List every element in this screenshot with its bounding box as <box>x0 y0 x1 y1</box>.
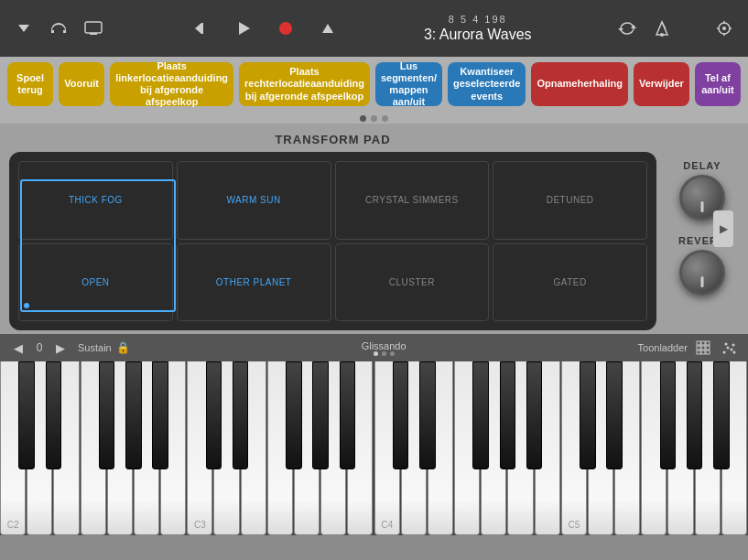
black-key[interactable] <box>419 361 436 469</box>
rewind-button[interactable] <box>189 16 214 41</box>
black-key[interactable] <box>713 361 730 469</box>
black-key[interactable] <box>152 361 168 469</box>
pad-cell-detuned[interactable]: DETUNED <box>493 161 647 240</box>
piano-grid-icon[interactable] <box>693 338 713 358</box>
metronome-icon[interactable] <box>649 16 675 41</box>
pad-cell-open[interactable]: OPEN <box>18 243 173 322</box>
transform-pad-title: TRANSFORM PAD <box>9 133 656 146</box>
black-key[interactable] <box>312 361 329 469</box>
track-info: 8 5 4 198 3: Aurora Waves <box>424 14 532 43</box>
vooruit-button[interactable]: Vooruit <box>59 62 104 106</box>
black-key[interactable] <box>687 361 703 469</box>
top-bar-right <box>614 16 737 41</box>
pad-thick-fog-label: THICK FOG <box>69 195 123 205</box>
svg-point-16 <box>722 27 726 30</box>
headphones-icon[interactable] <box>46 16 71 41</box>
pad-gated-label: GATED <box>554 277 587 287</box>
pad-cell-gated[interactable]: GATED <box>493 243 647 322</box>
black-key[interactable] <box>206 361 222 469</box>
octave-number: 0 <box>32 341 47 354</box>
svg-rect-1 <box>51 30 54 33</box>
spoel-terug-button[interactable]: Spoel terug <box>7 62 53 106</box>
black-key[interactable] <box>46 361 62 469</box>
svg-point-30 <box>723 351 726 354</box>
gliss-dot-2[interactable] <box>382 351 386 356</box>
black-key[interactable] <box>606 361 623 469</box>
pad-warm-sun-label: WARM SUN <box>227 195 281 205</box>
pad-cell-crystal-simmers[interactable]: CRYSTAL SIMMERS <box>335 161 490 240</box>
page-dot-3[interactable] <box>382 115 388 122</box>
settings-icon[interactable] <box>711 16 737 41</box>
svg-rect-26 <box>706 346 710 350</box>
black-key[interactable] <box>125 361 142 469</box>
delete-button[interactable]: Verwijder <box>634 62 689 106</box>
black-key[interactable] <box>286 361 302 469</box>
countdown-button[interactable]: Tel af aan/uit <box>695 62 741 106</box>
dropdown-icon[interactable] <box>11 16 37 41</box>
svg-point-35 <box>733 351 736 354</box>
top-bar-controls <box>189 16 341 41</box>
record-repeat-button[interactable]: Opnameherhaling <box>531 62 628 106</box>
loop-icon[interactable] <box>614 16 640 41</box>
pad-cell-cluster[interactable]: CLUSTER <box>335 243 490 322</box>
scatter-icon[interactable] <box>719 338 739 358</box>
pad-open-label: OPEN <box>81 277 109 287</box>
black-key[interactable] <box>472 361 489 469</box>
black-key[interactable] <box>233 361 249 469</box>
svg-marker-9 <box>322 24 333 33</box>
page-dot-1[interactable] <box>360 115 366 122</box>
knobs-section: DELAY REVERB ▶ <box>666 133 739 325</box>
piano-keyboard[interactable]: C2C3C4C5 <box>0 361 748 535</box>
top-bar: 8 5 4 198 3: Aurora Waves <box>0 0 748 57</box>
gliss-dot-1[interactable] <box>374 351 378 356</box>
gliss-dot-3[interactable] <box>390 351 395 356</box>
loop-segments-button[interactable]: Lus segmenten/ mappen aan/uit <box>375 62 442 106</box>
top-bar-left <box>11 16 106 41</box>
black-key[interactable] <box>99 361 115 469</box>
black-key[interactable] <box>18 361 35 469</box>
piano-controls: ◀ 0 ▶ Sustain 🔒 Glissando Toonladder <box>0 334 748 361</box>
svg-point-31 <box>727 347 730 350</box>
pad-detuned-label: DETUNED <box>547 195 594 205</box>
page-dot-2[interactable] <box>371 115 377 122</box>
delay-label: DELAY <box>683 160 721 171</box>
black-key[interactable] <box>500 361 516 469</box>
svg-point-14 <box>660 33 664 37</box>
svg-rect-28 <box>701 350 705 354</box>
place-left-button[interactable]: Plaats linkerlocatieaanduiding bij afger… <box>110 62 233 106</box>
screen-icon[interactable] <box>81 16 106 41</box>
black-key[interactable] <box>580 361 596 469</box>
glissando-dots <box>374 351 395 356</box>
place-right-button[interactable]: Plaats rechterlocatieaanduiding bij afge… <box>239 62 370 106</box>
svg-line-13 <box>662 22 666 29</box>
black-key[interactable] <box>526 361 543 469</box>
octave-up-button[interactable]: ▶ <box>51 339 70 357</box>
svg-rect-29 <box>706 350 710 354</box>
svg-rect-24 <box>697 346 700 350</box>
black-key[interactable] <box>393 361 409 469</box>
quantize-button[interactable]: Kwantiseer geselecteerde events <box>448 62 526 106</box>
lock-icon: 🔒 <box>116 341 130 354</box>
svg-point-33 <box>725 343 728 346</box>
pad-cell-other-planet[interactable]: OTHER PLANET <box>177 243 331 322</box>
up-button[interactable] <box>315 16 341 41</box>
piano-ctrl-center: Glissando <box>137 340 631 356</box>
svg-marker-7 <box>239 22 250 35</box>
svg-rect-21 <box>697 341 700 345</box>
play-button[interactable] <box>231 16 256 41</box>
black-key[interactable] <box>660 361 677 469</box>
piano-ctrl-right: Toonladder <box>638 338 739 358</box>
pad-cell-thick-fog[interactable]: THICK FOG <box>18 161 173 240</box>
transform-pad[interactable]: THICK FOG WARM SUN CRYSTAL SIMMERS DETUN… <box>9 152 656 330</box>
keyboard-container: C2C3C4C5 <box>0 361 748 535</box>
key-label: C4 <box>381 520 393 530</box>
record-button[interactable] <box>273 16 298 41</box>
octave-down-button[interactable]: ◀ <box>9 339 27 357</box>
page-dots <box>0 112 748 124</box>
black-key[interactable] <box>340 361 356 469</box>
pad-cell-warm-sun[interactable]: WARM SUN <box>177 161 331 240</box>
main-area: TRANSFORM PAD THICK FOG WARM SUN CRYSTAL… <box>0 124 748 334</box>
expand-arrow-button[interactable]: ▶ <box>713 210 733 247</box>
reverb-knob[interactable] <box>679 250 725 296</box>
svg-point-34 <box>732 344 735 347</box>
